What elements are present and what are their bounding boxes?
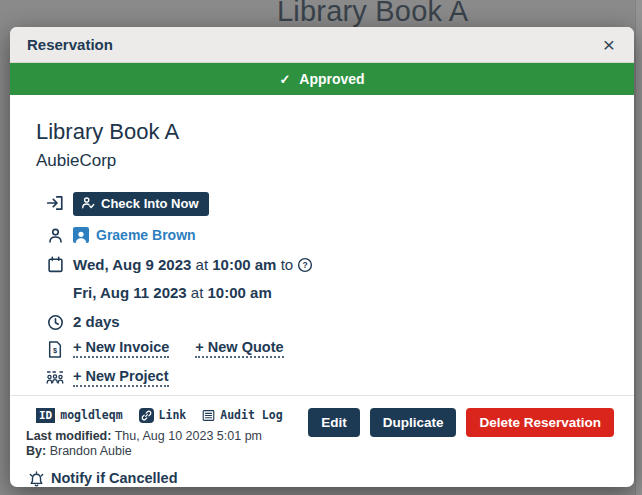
- status-banner-label: Approved: [299, 71, 364, 87]
- status-banner: ✓ Approved: [10, 63, 634, 95]
- dates-row: Wed, Aug 9 2023 at 10:00 am to ? Fri, Au…: [46, 252, 608, 305]
- sign-in-icon: [46, 192, 64, 212]
- background-page-title: Library Book A: [277, 0, 468, 26]
- last-modified-value: Thu, Aug 10 2023 5:01 pm: [115, 429, 262, 443]
- background-scrollbar[interactable]: [635, 0, 642, 495]
- audit-log-icon[interactable]: [202, 409, 215, 422]
- check-icon: ✓: [279, 72, 290, 87]
- avatar: [73, 227, 89, 243]
- date-line-start: Wed, Aug 9 2023 at 10:00 am to ?: [73, 252, 313, 280]
- modal-body: Library Book A AubieCorp: [10, 95, 634, 395]
- person-check-icon: [81, 196, 95, 210]
- check-into-now-label: Check Into Now: [101, 196, 199, 211]
- to-word: to: [281, 256, 294, 273]
- at-word: at: [191, 284, 204, 301]
- start-time: 10:00 am: [212, 256, 276, 273]
- close-icon[interactable]: ×: [601, 34, 617, 55]
- by-label: By:: [26, 444, 46, 458]
- invoice-quote-row: $ + New Invoice + New Quote: [46, 339, 608, 359]
- help-icon[interactable]: ?: [297, 255, 313, 280]
- delete-reservation-button[interactable]: Delete Reservation: [466, 408, 614, 437]
- by-value: Brandon Aubie: [50, 444, 132, 458]
- calendar-icon: [46, 252, 64, 273]
- item-subtitle: AubieCorp: [36, 151, 608, 171]
- check-into-now-button[interactable]: Check Into Now: [73, 192, 209, 216]
- link-label[interactable]: Link: [159, 408, 187, 422]
- edit-button[interactable]: Edit: [308, 408, 360, 437]
- at-word: at: [196, 256, 209, 273]
- svg-text:?: ?: [303, 260, 308, 270]
- svg-text:$: $: [53, 346, 58, 355]
- end-date: Fri, Aug 11 2023: [73, 284, 187, 301]
- last-modified-label: Last modified:: [26, 429, 111, 443]
- customer-row: Graeme Brown: [46, 225, 608, 245]
- duplicate-button[interactable]: Duplicate: [370, 408, 457, 437]
- date-line-end: Fri, Aug 11 2023 at 10:00 am: [73, 280, 313, 305]
- customer-link[interactable]: Graeme Brown: [96, 227, 196, 243]
- reservation-id: mogldleqm: [60, 408, 122, 422]
- link-icon[interactable]: [139, 408, 154, 423]
- meta-block: ID mogldleqm Link: [26, 408, 283, 459]
- duration-row: 2 days: [46, 312, 608, 332]
- id-badge: ID: [36, 408, 55, 423]
- project-row: + New Project: [46, 368, 608, 388]
- new-quote-link[interactable]: + New Quote: [195, 339, 283, 358]
- start-date: Wed, Aug 9 2023: [73, 256, 191, 273]
- reservation-modal: Reservation × ✓ Approved Library Book A …: [10, 27, 634, 487]
- last-modified-line: Last modified: Thu, Aug 10 2023 5:01 pm …: [26, 429, 283, 459]
- project-team-icon: [46, 368, 64, 385]
- new-project-link[interactable]: + New Project: [73, 368, 169, 387]
- audit-log-label[interactable]: Audit Log: [220, 408, 282, 422]
- clock-icon: [46, 312, 64, 331]
- duration-value: 2 days: [73, 312, 120, 332]
- modal-header: Reservation ×: [10, 27, 634, 63]
- modal-title: Reservation: [27, 36, 113, 53]
- new-invoice-link[interactable]: + New Invoice: [73, 339, 169, 358]
- bell-icon: [28, 471, 45, 488]
- modal-footer: ID mogldleqm Link: [10, 395, 634, 488]
- checkin-row: Check Into Now: [46, 192, 608, 216]
- invoice-icon: $: [46, 339, 64, 358]
- person-icon: [46, 225, 64, 244]
- item-title: Library Book A: [36, 118, 608, 146]
- notify-if-cancelled-link[interactable]: Notify if Cancelled: [51, 470, 178, 488]
- avatar-person-icon: [74, 230, 88, 243]
- end-time: 10:00 am: [208, 284, 272, 301]
